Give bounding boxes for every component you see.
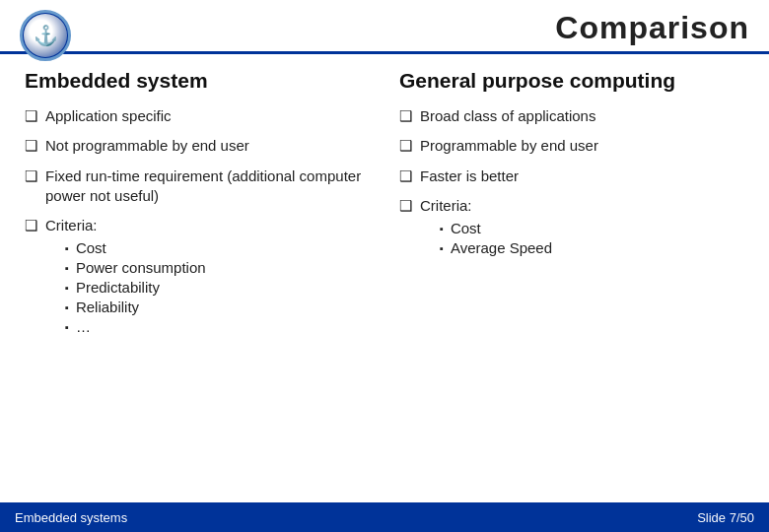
- item-text: Fixed run-time requirement (additional c…: [45, 166, 370, 207]
- sub-list: ▪ Cost ▪ Power consumption ▪ Predictabil…: [65, 239, 206, 335]
- sub-item-text: …: [76, 318, 91, 335]
- sub-item-text: Reliability: [76, 299, 139, 315]
- list-item: ❑ Programmable by end user: [399, 136, 744, 156]
- sub-list: ▪ Cost ▪ Average Speed: [440, 220, 552, 256]
- sub-list-item: ▪ Average Speed: [440, 239, 552, 256]
- bullet-icon: ❑: [399, 167, 412, 185]
- item-text: Application specific: [45, 106, 172, 126]
- bullet-icon: ❑: [25, 137, 37, 155]
- bullet-icon: ❑: [399, 107, 412, 125]
- right-column: General purpose computing ❑ Broad class …: [384, 64, 759, 353]
- item-text: Programmable by end user: [420, 136, 598, 156]
- sub-list-item: ▪ Reliability: [65, 299, 206, 315]
- item-text: Criteria:: [45, 217, 98, 233]
- bullet-icon: ❑: [25, 107, 37, 125]
- divider: [0, 51, 769, 54]
- sub-bullet-icon: ▪: [440, 223, 444, 234]
- logo-icon: ⚓: [34, 24, 58, 47]
- header: ⚓ Comparison: [0, 0, 769, 51]
- bullet-icon: ❑: [399, 197, 412, 215]
- left-column-heading: Embedded system: [25, 69, 370, 93]
- sub-list-item: ▪ Cost: [440, 220, 552, 236]
- footer-right-text: Slide 7/50: [697, 510, 754, 525]
- list-item: ❑ Application specific: [25, 106, 370, 126]
- sub-item-text: Power consumption: [76, 259, 206, 276]
- list-item: ❑ Not programmable by end user: [25, 136, 370, 156]
- bullet-icon: ❑: [399, 137, 412, 155]
- slide: ⚓ Comparison Embedded system ❑ Applicati…: [0, 0, 769, 532]
- content-area: Embedded system ❑ Application specific ❑…: [0, 64, 769, 353]
- sub-list-item: ▪ …: [65, 318, 206, 335]
- bullet-icon: ❑: [25, 217, 37, 234]
- sub-item-text: Average Speed: [451, 239, 552, 256]
- sub-bullet-icon: ▪: [65, 321, 69, 333]
- sub-bullet-icon: ▪: [440, 242, 444, 254]
- logo: ⚓: [20, 10, 71, 61]
- sub-bullet-icon: ▪: [65, 282, 69, 294]
- footer-left-text: Embedded systems: [15, 510, 127, 525]
- sub-bullet-icon: ▪: [65, 301, 69, 313]
- list-item: ❑ Faster is better: [399, 166, 744, 186]
- sub-list-item: ▪ Cost: [65, 239, 206, 256]
- footer: Embedded systems Slide 7/50: [0, 502, 769, 532]
- list-item: ❑ Criteria: ▪ Cost ▪ Average Speed: [399, 196, 744, 259]
- sub-item-text: Cost: [451, 220, 481, 236]
- sub-bullet-icon: ▪: [65, 262, 69, 274]
- sub-list-item: ▪ Predictability: [65, 279, 206, 296]
- sub-bullet-icon: ▪: [65, 242, 69, 254]
- right-column-heading: General purpose computing: [399, 69, 744, 93]
- sub-list-item: ▪ Power consumption: [65, 259, 206, 276]
- sub-item-text: Cost: [76, 239, 106, 256]
- sub-item-text: Predictability: [76, 279, 160, 296]
- left-column: Embedded system ❑ Application specific ❑…: [10, 64, 384, 353]
- list-item: ❑ Criteria: ▪ Cost ▪ Power consumption: [25, 216, 370, 338]
- item-text: Broad class of applications: [420, 106, 595, 126]
- list-item: ❑ Fixed run-time requirement (additional…: [25, 166, 370, 207]
- item-text: Criteria:: [420, 197, 472, 214]
- slide-title: Comparison: [555, 10, 749, 46]
- bullet-icon: ❑: [25, 167, 37, 185]
- item-text: Faster is better: [420, 166, 519, 186]
- list-item: ❑ Broad class of applications: [399, 106, 744, 126]
- item-text: Not programmable by end user: [45, 136, 249, 156]
